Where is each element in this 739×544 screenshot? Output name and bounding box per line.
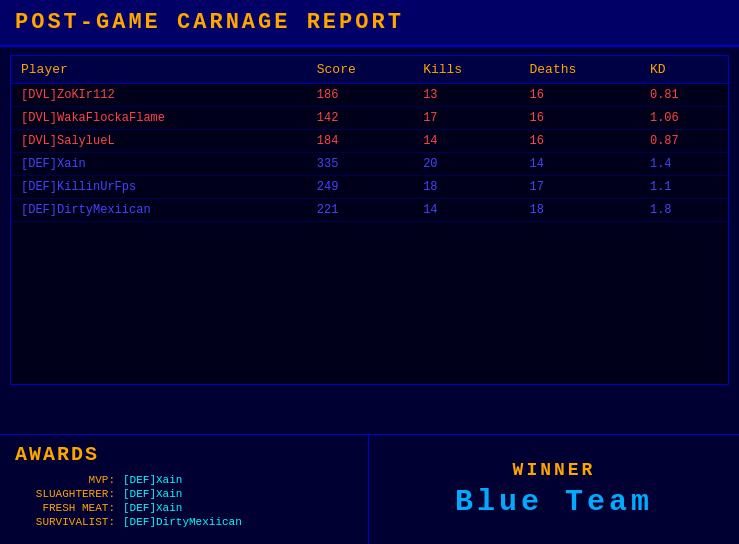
cell-player: [DVL]ZoKIr112	[11, 84, 307, 107]
table-row: [DVL]ZoKIr11218613160.81	[11, 84, 728, 107]
score-table-container: Player Score Kills Deaths KD [DVL]ZoKIr1…	[10, 55, 729, 385]
cell-deaths: 16	[520, 107, 640, 130]
cell-score: 142	[307, 107, 413, 130]
cell-deaths: 17	[520, 176, 640, 199]
awards-title: AWARDS	[15, 443, 353, 466]
award-row: MVP:[DEF]Xain	[15, 474, 353, 486]
cell-kd: 0.87	[640, 130, 728, 153]
table-body: [DVL]ZoKIr11218613160.81[DVL]WakaFlockaF…	[11, 84, 728, 222]
winner-panel: WINNER Blue Team	[369, 434, 739, 544]
cell-kd: 1.1	[640, 176, 728, 199]
cell-kills: 18	[413, 176, 519, 199]
cell-kills: 13	[413, 84, 519, 107]
col-score: Score	[307, 56, 413, 84]
table-row: [DVL]SalylueL18414160.87	[11, 130, 728, 153]
table-row: [DEF]DirtyMexiican22114181.8	[11, 199, 728, 222]
award-label: SURVIVALIST:	[15, 516, 115, 528]
table-row: [DVL]WakaFlockaFlame14217161.06	[11, 107, 728, 130]
cell-deaths: 14	[520, 153, 640, 176]
awards-list: MVP:[DEF]XainSLUAGHTERER:[DEF]XainFRESH …	[15, 474, 353, 528]
cell-score: 184	[307, 130, 413, 153]
cell-kd: 0.81	[640, 84, 728, 107]
cell-player: [DEF]Xain	[11, 153, 307, 176]
header: POST-GAME CARNAGE REPORT	[0, 0, 739, 47]
award-value: [DEF]DirtyMexiican	[123, 516, 242, 528]
award-value: [DEF]Xain	[123, 488, 182, 500]
score-table: Player Score Kills Deaths KD [DVL]ZoKIr1…	[11, 56, 728, 222]
table-header-row: Player Score Kills Deaths KD	[11, 56, 728, 84]
cell-player: [DEF]KillinUrFps	[11, 176, 307, 199]
cell-score: 221	[307, 199, 413, 222]
cell-kd: 1.4	[640, 153, 728, 176]
cell-player: [DEF]DirtyMexiican	[11, 199, 307, 222]
winner-label: WINNER	[513, 460, 596, 480]
cell-kd: 1.06	[640, 107, 728, 130]
cell-kd: 1.8	[640, 199, 728, 222]
cell-score: 335	[307, 153, 413, 176]
cell-kills: 14	[413, 130, 519, 153]
award-label: MVP:	[15, 474, 115, 486]
col-kd: KD	[640, 56, 728, 84]
page-title: POST-GAME CARNAGE REPORT	[15, 10, 404, 35]
award-value: [DEF]Xain	[123, 502, 182, 514]
award-label: SLUAGHTERER:	[15, 488, 115, 500]
award-value: [DEF]Xain	[123, 474, 182, 486]
cell-deaths: 18	[520, 199, 640, 222]
award-row: FRESH MEAT:[DEF]Xain	[15, 502, 353, 514]
cell-kills: 14	[413, 199, 519, 222]
cell-kills: 20	[413, 153, 519, 176]
award-row: SLUAGHTERER:[DEF]Xain	[15, 488, 353, 500]
cell-score: 249	[307, 176, 413, 199]
cell-player: [DVL]WakaFlockaFlame	[11, 107, 307, 130]
award-label: FRESH MEAT:	[15, 502, 115, 514]
col-player: Player	[11, 56, 307, 84]
col-deaths: Deaths	[520, 56, 640, 84]
awards-left: AWARDS MVP:[DEF]XainSLUAGHTERER:[DEF]Xai…	[0, 434, 369, 544]
cell-deaths: 16	[520, 130, 640, 153]
cell-kills: 17	[413, 107, 519, 130]
award-row: SURVIVALIST:[DEF]DirtyMexiican	[15, 516, 353, 528]
cell-player: [DVL]SalylueL	[11, 130, 307, 153]
awards-section: AWARDS MVP:[DEF]XainSLUAGHTERER:[DEF]Xai…	[0, 434, 739, 544]
col-kills: Kills	[413, 56, 519, 84]
cell-score: 186	[307, 84, 413, 107]
table-row: [DEF]Xain33520141.4	[11, 153, 728, 176]
cell-deaths: 16	[520, 84, 640, 107]
winner-name: Blue Team	[455, 485, 653, 519]
table-row: [DEF]KillinUrFps24918171.1	[11, 176, 728, 199]
